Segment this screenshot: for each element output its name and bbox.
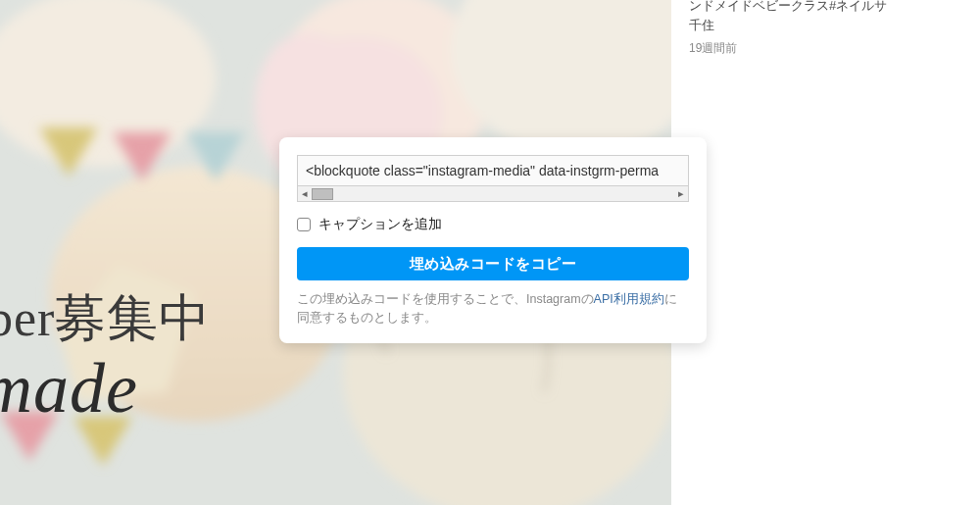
scrollbar-thumb[interactable]: [312, 188, 333, 200]
background-script-text: lmade: [0, 348, 138, 429]
embed-code-field-wrap: ◂ ▸: [297, 155, 689, 202]
sidebar-timestamp: 19週間前: [689, 40, 962, 57]
sidebar: ンドメイドベビークラス#ネイルサ 千住 19週間前: [671, 0, 980, 505]
embed-code-scrollbar[interactable]: ◂ ▸: [297, 186, 689, 202]
disclaimer-prefix: この埋め込みコードを使用することで、Instagramの: [297, 292, 594, 306]
copy-embed-code-button[interactable]: 埋め込みコードをコピー: [297, 247, 689, 280]
include-caption-row[interactable]: キャプションを追加: [297, 216, 689, 233]
embed-code-input[interactable]: [297, 155, 689, 186]
scroll-left-arrow-icon[interactable]: ◂: [298, 187, 312, 201]
include-caption-checkbox[interactable]: [297, 218, 311, 231]
api-terms-link[interactable]: API利用規約: [594, 292, 664, 306]
embed-disclaimer: この埋め込みコードを使用することで、InstagramのAPI利用規約に同意する…: [297, 290, 689, 328]
embed-dialog: ◂ ▸ キャプションを追加 埋め込みコードをコピー この埋め込みコードを使用する…: [279, 137, 707, 343]
sidebar-post-title-line1: ンドメイドベビークラス#ネイルサ: [689, 0, 962, 16]
include-caption-label: キャプションを追加: [318, 216, 442, 233]
scroll-right-arrow-icon[interactable]: ▸: [674, 187, 688, 201]
viewport: nber募集中 lmade ンドメイドベビークラス#ネイルサ 千住 19週間前 …: [0, 0, 980, 505]
sidebar-post-title-line2: 千住: [689, 16, 962, 35]
scrollbar-track[interactable]: [312, 187, 674, 201]
background-heading: nber募集中: [0, 284, 211, 353]
